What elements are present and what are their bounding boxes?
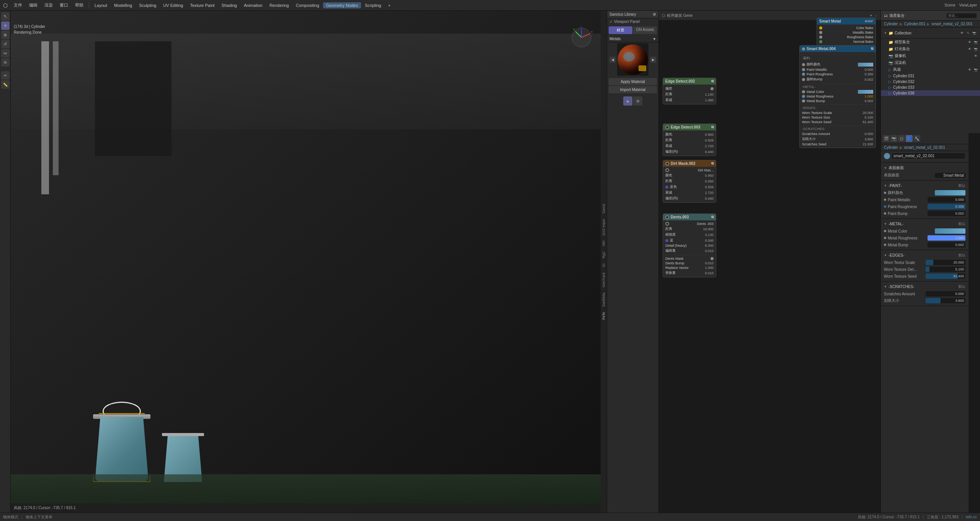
prev-material-btn[interactable]: ◀ (609, 57, 616, 63)
workspace-uv-editing[interactable]: UV Editing (160, 2, 186, 8)
strip-fsto[interactable]: FsTo (601, 310, 606, 322)
slider-paint-rough[interactable]: 0.356 (928, 204, 966, 209)
breadcrumb-cylinder[interactable]: Cylinder (884, 22, 898, 26)
outliner-search[interactable] (946, 13, 977, 18)
workspace-shading[interactable]: Shading (219, 2, 240, 8)
outliner-cyl033[interactable]: ▷ Cylinder.033 (881, 85, 980, 90)
outliner-cyl038[interactable]: ▷ Cylinder.038 (881, 90, 980, 96)
props-scene-icon[interactable]: 🎬 (883, 135, 890, 142)
menu-render[interactable]: 渲染 (41, 2, 56, 9)
outliner-cyl031[interactable]: ▷ Cylinder.031 (881, 73, 980, 79)
workspace-animation[interactable]: Animation (241, 2, 266, 8)
mat-breadcrumb-cyl[interactable]: Cylinder (884, 145, 898, 150)
slider-metal-rough[interactable]: 1.000 (928, 235, 966, 241)
menu-edit[interactable]: 编辑 (26, 2, 41, 9)
dirt-expand[interactable]: ⧉ (711, 161, 714, 166)
outliner-light-collection[interactable]: 📁 灯光集合 👁 📷 (881, 46, 980, 52)
strip-geotrack[interactable]: GeoTrack (601, 270, 606, 290)
strip-mh[interactable]: MH (601, 238, 606, 248)
viewport-panel-check[interactable]: ✓ (609, 20, 612, 24)
slider-worn-det[interactable]: 5.100 (926, 267, 966, 272)
props-render-icon[interactable]: 📷 (890, 135, 897, 142)
annotate-tool[interactable]: ✏ (1, 71, 10, 80)
sanctus-settings-icon[interactable]: ⚙ (653, 12, 656, 16)
menu-help[interactable]: 帮助 (72, 2, 87, 9)
slider-scratches-size[interactable]: 3.800 (926, 298, 966, 303)
scratches-header[interactable]: ▼ -SCRATCHES- 默认 (884, 283, 965, 290)
paint-header[interactable]: ▼ -PAINT- 默认 (884, 182, 965, 189)
tab-materials[interactable]: 材质 (609, 26, 632, 34)
collection-header[interactable]: ▼ 📁 Collection 👁 ↖ 📷 (884, 29, 977, 37)
props-modifier-icon[interactable]: 🔧 (913, 135, 920, 142)
dents-expand[interactable]: ⧉ (711, 215, 714, 219)
strip-darthmia[interactable]: DarthMia (601, 290, 606, 309)
workspace-sculpting[interactable]: Sculpting (136, 2, 159, 8)
vis5-cam[interactable]: 📷 (973, 67, 978, 72)
strip-sancti[interactable]: Sancti (601, 202, 606, 216)
menu-window[interactable]: 窗口 (57, 2, 71, 9)
slider-worn-seed[interactable]: 81.400 (926, 274, 966, 279)
viewport[interactable]: 物体模式 视图 选择 添加 物体 ⬡ ⬛ ◉ ☀ 透叠 (11, 11, 601, 513)
menu-file[interactable]: 文件 (11, 2, 25, 9)
vis-select[interactable]: ↖ (965, 30, 971, 36)
add-workspace-btn[interactable]: + (385, 2, 394, 8)
cursor-tool[interactable]: ✛ (1, 21, 10, 30)
next-material-btn[interactable]: ▶ (650, 57, 656, 63)
slider-paint-bump[interactable]: 0.002 (928, 211, 966, 216)
workspace-layout[interactable]: Layout (91, 2, 110, 8)
slider-worn-scale[interactable]: 20.000 (926, 260, 966, 265)
outliner-model-collection[interactable]: 📁 模型集合 👁 📷 (881, 39, 980, 46)
apply-material-btn[interactable]: Apply Material (609, 78, 657, 85)
slider-metal-bump[interactable]: 0.002 (928, 242, 966, 247)
material-name-input[interactable] (892, 153, 965, 159)
edge-detect-002-expand[interactable]: ⧉ (711, 79, 714, 83)
surface-header[interactable]: ▼ 表面曲面 (884, 164, 965, 172)
vis-eye[interactable]: 👁 (959, 30, 965, 36)
workspace-scripting[interactable]: Scripting (362, 2, 384, 8)
node-004-expand[interactable]: ⧉ (871, 47, 873, 51)
vis1-eye[interactable]: 👁 (967, 39, 972, 45)
metal-header[interactable]: ▼ -METAL- 默认 (884, 220, 965, 228)
scale-tool[interactable]: ⇔ (1, 49, 10, 57)
strip-rgc[interactable]: RgC (601, 249, 606, 260)
workspace-rendering[interactable]: Rendering (266, 2, 292, 8)
measure-tool[interactable]: 📏 (1, 80, 10, 89)
val-surface-mat[interactable]: Smart Metal (935, 173, 965, 178)
vis2-eye[interactable]: 👁 (967, 46, 972, 52)
vis1-cam[interactable]: 📷 (973, 39, 978, 45)
move-tool[interactable]: ⊕ (1, 31, 10, 39)
slider-paint-metal[interactable]: 0.000 (928, 197, 966, 202)
props-object-icon[interactable]: ⬡ (898, 135, 905, 142)
import-material-btn[interactable]: Import Material (609, 86, 657, 93)
outliner-render-camera[interactable]: 📷 渲染机 (881, 59, 980, 66)
mat-breadcrumb-material[interactable]: smart_metal_v2_02.001 (904, 145, 945, 150)
transform-tool[interactable]: ⊞ (1, 58, 10, 67)
vis3-eye[interactable]: 👁 (973, 53, 978, 59)
edges-header[interactable]: ▼ -EDGES- 默认 (884, 252, 965, 259)
outliner-cyl032[interactable]: ▷ Cylinder.032 (881, 79, 980, 85)
tab-gn-assets[interactable]: GN Assets (633, 26, 657, 34)
category-dropdown-icon[interactable]: ▼ (653, 37, 656, 41)
sanctus-tool1[interactable]: ◈ (623, 96, 632, 106)
workspace-modelling[interactable]: Modelling (111, 2, 135, 8)
rotate-tool[interactable]: ↺ (1, 40, 10, 48)
breadcrumb-material[interactable]: smart_metal_v2_02.001 (931, 22, 972, 26)
select-tool[interactable]: ↖ (1, 12, 10, 21)
outliner-camera[interactable]: 📷 摄像机 👁 (881, 52, 980, 59)
workspace-texture-paint[interactable]: Texture Paint (187, 2, 217, 8)
vis2-cam[interactable]: 📷 (973, 46, 978, 52)
edge-003-expand[interactable]: ⧉ (711, 125, 714, 129)
workspace-geometry-nodes[interactable]: Geometry Nodes (323, 2, 361, 8)
strip-daz[interactable]: DAZ Impor (601, 217, 606, 238)
outliner-fan[interactable]: ▷ 风扇 👁 📷 (881, 66, 980, 73)
slider-scratches-amount[interactable]: 0.000 (926, 291, 966, 296)
sanctus-tool2[interactable]: ⚙ (633, 96, 642, 106)
vis-render[interactable]: 📷 (972, 30, 977, 36)
vis5-eye[interactable]: 👁 (967, 67, 972, 72)
breadcrumb-cylinder-001[interactable]: Cylinder.001 (904, 22, 926, 26)
workspace-compositing[interactable]: Compositing (293, 2, 322, 8)
swatch-paint-color[interactable] (935, 190, 965, 195)
swatch-metal-color[interactable] (935, 228, 965, 234)
strip-ki[interactable]: KI (601, 261, 606, 269)
props-material-icon[interactable]: 🔵 (906, 135, 913, 142)
